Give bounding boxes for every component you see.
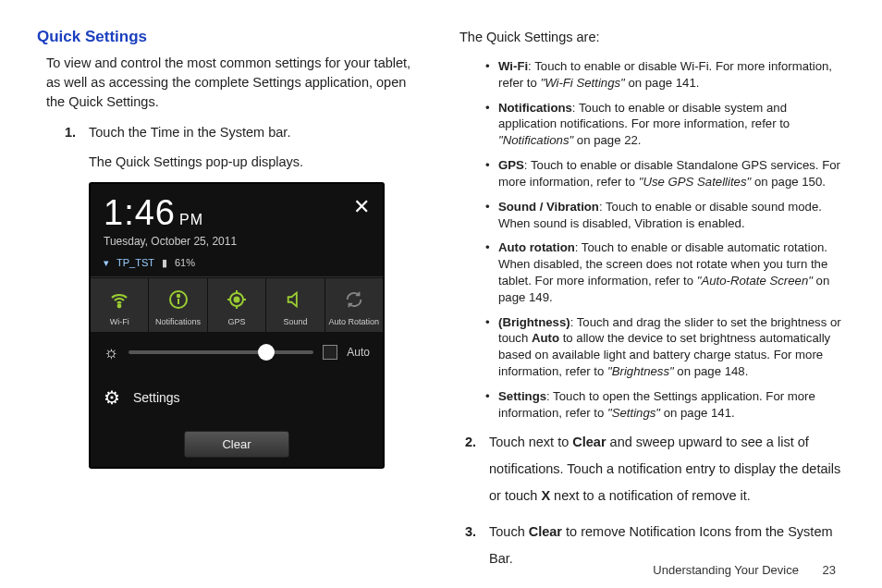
page-number: 23 (823, 563, 836, 577)
clear-button[interactable]: Clear (184, 431, 288, 458)
notifications-toggle[interactable]: Notifications (149, 278, 207, 332)
ssid-label: TP_TST (116, 257, 154, 268)
intro-text: To view and control the most common sett… (46, 54, 423, 112)
list-intro: The Quick Settings are: (459, 28, 845, 47)
settings-row[interactable]: ⚙ Settings (91, 374, 383, 422)
sound-icon (281, 286, 309, 313)
battery-percent: 61% (175, 257, 195, 268)
step-number: 1. (65, 123, 89, 173)
quick-settings-popup: 1:46PM Tuesday, October 25, 2011 ✕ ▾ TP_… (89, 182, 385, 469)
wifi-indicator-icon: ▾ (104, 257, 109, 269)
sound-toggle[interactable]: Sound (266, 278, 325, 332)
step-1: 1. Touch the Time in the System bar. The… (65, 123, 423, 173)
rotation-toggle[interactable]: Auto Rotation (325, 278, 383, 332)
bullet-rotation: •Auto rotation: Touch to enable or disab… (485, 239, 845, 305)
step-text: Touch the Time in the System bar. (89, 123, 423, 143)
toggle-row: Wi-Fi Notifications GPS Sound Auto Rotat… (91, 277, 383, 332)
bullet-brightness: •(Brightness): Touch and drag the slider… (485, 314, 845, 380)
step-text: The Quick Settings pop-up displays. (89, 153, 423, 173)
rotation-icon (340, 286, 368, 313)
svg-point-4 (235, 297, 239, 301)
bullet-sound: •Sound / Vibration: Touch to enable or d… (485, 199, 845, 232)
gps-icon (223, 286, 251, 313)
bullet-gps: •GPS: Touch to enable or disable Standal… (485, 157, 845, 190)
info-icon (165, 286, 192, 313)
section-heading: Quick Settings (37, 28, 423, 46)
clock: 1:46PM (104, 193, 370, 233)
svg-point-0 (118, 304, 121, 307)
page-footer: Understanding Your Device 23 (653, 563, 836, 577)
gps-toggle[interactable]: GPS (208, 278, 266, 332)
brightness-icon: ☼ (104, 343, 119, 362)
footer-section: Understanding Your Device (653, 563, 799, 577)
settings-label: Settings (133, 390, 180, 405)
bullet-settings: •Settings: Touch to open the Settings ap… (485, 388, 845, 422)
brightness-row: ☼ Auto (91, 332, 383, 374)
bullet-notifications: •Notifications: Touch to enable or disab… (485, 100, 845, 149)
brightness-slider[interactable] (129, 350, 314, 354)
svg-point-2 (177, 294, 178, 296)
battery-icon: ▮ (162, 257, 167, 269)
gear-icon: ⚙ (104, 386, 120, 409)
date-label: Tuesday, October 25, 2011 (104, 235, 370, 248)
close-icon[interactable]: ✕ (353, 195, 370, 219)
auto-label: Auto (347, 346, 370, 359)
status-bar: ▾ TP_TST ▮ 61% (91, 253, 383, 276)
bullet-wifi: •Wi-Fi: Touch to enable or disable Wi-Fi… (485, 58, 845, 92)
step-2: 2. Touch next to Clear and sweep upward … (465, 429, 845, 509)
auto-brightness-checkbox[interactable] (323, 345, 337, 360)
wifi-toggle[interactable]: Wi-Fi (91, 278, 149, 332)
wifi-icon (105, 286, 133, 313)
